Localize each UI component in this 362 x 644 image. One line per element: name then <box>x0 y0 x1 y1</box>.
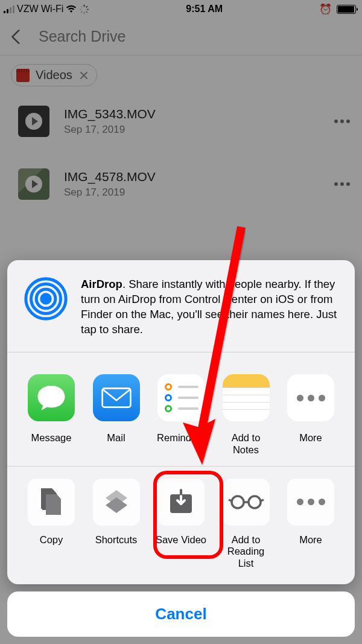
action-label: Shortcuts <box>89 534 144 557</box>
airdrop-section[interactable]: AirDrop. Share instantly with people nea… <box>7 260 355 352</box>
svg-rect-12 <box>102 388 130 407</box>
share-sheet: AirDrop. Share instantly with people nea… <box>7 260 355 584</box>
airdrop-description: AirDrop. Share instantly with people nea… <box>81 277 338 337</box>
shortcuts-icon <box>93 479 140 526</box>
app-label: Mail <box>89 432 144 455</box>
cancel-button[interactable]: Cancel <box>7 591 355 637</box>
more-icon <box>287 374 334 421</box>
action-more-button[interactable]: More <box>284 479 338 570</box>
app-label: Message <box>24 432 78 455</box>
reading-list-icon <box>223 479 270 526</box>
app-label: Reminders <box>154 432 208 455</box>
app-label: More <box>284 432 338 455</box>
share-more-button[interactable]: More <box>284 374 338 456</box>
action-label: More <box>284 534 338 557</box>
message-icon <box>28 374 75 421</box>
action-label: Copy <box>24 534 78 557</box>
share-notes-button[interactable]: Add to Notes <box>219 374 273 456</box>
action-label: Add to Reading List <box>219 534 273 570</box>
action-label: Save Video <box>154 534 208 557</box>
mail-icon <box>93 374 140 421</box>
svg-point-8 <box>42 295 50 303</box>
app-label: Add to Notes <box>219 432 273 456</box>
actions-row: Copy Shortcuts Save Video Add to Reading… <box>7 467 355 584</box>
copy-icon <box>28 479 75 526</box>
more-icon <box>287 479 334 526</box>
action-copy-button[interactable]: Copy <box>24 479 78 570</box>
svg-point-15 <box>249 496 261 508</box>
action-save-video-button[interactable]: Save Video <box>154 479 208 570</box>
action-reading-list-button[interactable]: Add to Reading List <box>219 479 273 570</box>
share-apps-row: Message Mail Reminders <box>7 352 355 466</box>
share-message-button[interactable]: Message <box>24 374 78 456</box>
share-reminders-button[interactable]: Reminders <box>154 374 208 456</box>
airdrop-icon <box>24 277 68 320</box>
save-video-icon <box>157 479 205 526</box>
reminders-icon <box>157 374 205 421</box>
notes-icon <box>223 374 270 421</box>
svg-point-14 <box>232 496 244 508</box>
share-mail-button[interactable]: Mail <box>89 374 144 456</box>
action-shortcuts-button[interactable]: Shortcuts <box>89 479 144 570</box>
